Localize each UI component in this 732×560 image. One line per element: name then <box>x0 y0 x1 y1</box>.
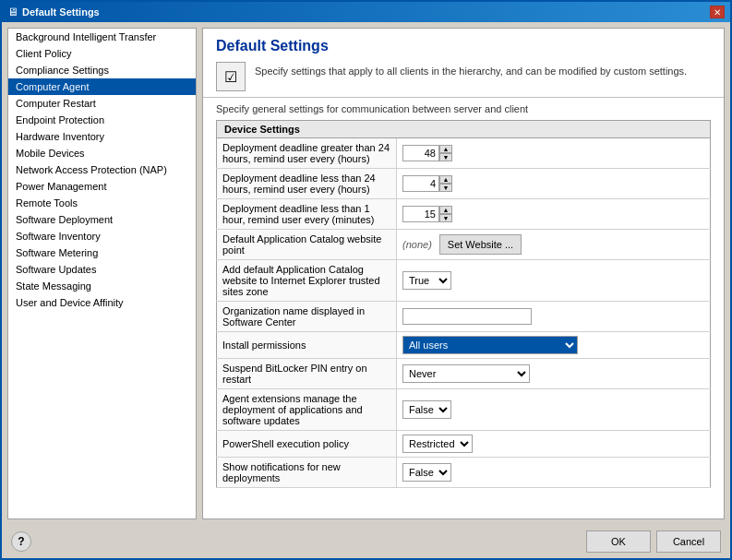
sidebar-item-software-metering[interactable]: Software Metering <box>8 244 196 261</box>
sidebar-item-background-intelligent-transfer[interactable]: Background Intelligent Transfer <box>8 29 196 45</box>
settings-table: Deployment deadline greater than 24 hour… <box>216 138 711 488</box>
settings-icon: ☑ <box>224 68 237 86</box>
select-agent-extensions[interactable]: TrueFalse <box>402 400 451 419</box>
setting-label-org-name: Organization name displayed in Software … <box>217 302 397 332</box>
spinner-down-deployment-deadline-less-1h[interactable]: ▼ <box>439 214 452 222</box>
set-website-button-default-app-catalog[interactable]: Set Website ... <box>439 234 522 255</box>
bottom-bar: ? OK Cancel <box>2 525 730 558</box>
setting-row-org-name: Organization name displayed in Software … <box>217 302 711 332</box>
sidebar-item-client-policy[interactable]: Client Policy <box>8 45 196 62</box>
select-show-notifications[interactable]: TrueFalse <box>402 463 451 482</box>
content-title: Default Settings <box>216 38 711 54</box>
sidebar-item-power-management[interactable]: Power Management <box>8 178 196 195</box>
spinner-deployment-deadline-less-1h: ▲▼ <box>402 206 704 222</box>
spinner-buttons-deployment-deadline-less-24h: ▲▼ <box>439 175 452 192</box>
setting-label-deployment-deadline-less-24h: Deployment deadline less than 24 hours, … <box>217 169 397 199</box>
sidebar: Background Intelligent TransferClient Po… <box>7 28 197 519</box>
website-row-default-app-catalog: (none)Set Website ... <box>402 234 704 255</box>
spinner-up-deployment-deadline-24h[interactable]: ▲ <box>439 145 452 153</box>
setting-row-default-app-catalog: Default Application Catalog website poin… <box>217 230 711 260</box>
device-settings-header: Device Settings <box>216 120 711 138</box>
setting-label-agent-extensions: Agent extensions manage the deployment o… <box>217 389 397 431</box>
content-header: Default Settings ☑ Specify settings that… <box>203 29 724 98</box>
title-bar: 🖥 Default Settings ✕ <box>2 2 730 22</box>
sidebar-item-software-deployment[interactable]: Software Deployment <box>8 211 196 228</box>
website-value-default-app-catalog: (none) <box>402 239 432 250</box>
setting-row-install-permissions: Install permissionsAll usersOnly adminis… <box>217 332 711 359</box>
select-suspend-bitlocker[interactable]: NeverAlwaysAlways except for PXE <box>402 364 530 383</box>
setting-label-add-default-app-catalog: Add default Application Catalog website … <box>217 260 397 302</box>
header-icon: ☑ <box>216 62 246 91</box>
sidebar-item-hardware-inventory[interactable]: Hardware Inventory <box>8 128 196 145</box>
text-input-org-name[interactable] <box>402 308 532 325</box>
sidebar-item-software-updates[interactable]: Software Updates <box>8 261 196 278</box>
setting-value-install-permissions[interactable]: All usersOnly administratorsOnly adminis… <box>397 332 711 359</box>
sidebar-item-compliance-settings[interactable]: Compliance Settings <box>8 62 196 78</box>
setting-value-show-notifications[interactable]: TrueFalse <box>397 458 711 488</box>
select-install-permissions[interactable]: All usersOnly administratorsOnly adminis… <box>402 336 578 354</box>
content-subheader: Specify general settings for communicati… <box>203 98 724 120</box>
setting-row-add-default-app-catalog: Add default Application Catalog website … <box>217 260 711 302</box>
sidebar-item-computer-restart[interactable]: Computer Restart <box>8 95 196 112</box>
sidebar-item-network-access-protection[interactable]: Network Access Protection (NAP) <box>8 161 196 178</box>
spinner-buttons-deployment-deadline-less-1h: ▲▼ <box>439 206 452 222</box>
setting-label-deployment-deadline-less-1h: Deployment deadline less than 1 hour, re… <box>217 199 397 230</box>
setting-value-powershell-policy[interactable]: RestrictedAllSignedBypass <box>397 431 711 458</box>
cancel-button[interactable]: Cancel <box>656 530 721 553</box>
spinner-deployment-deadline-less-24h: ▲▼ <box>402 175 704 192</box>
setting-value-deployment-deadline-less-1h[interactable]: ▲▼ <box>397 199 711 230</box>
setting-value-deployment-deadline-less-24h[interactable]: ▲▼ <box>397 169 711 199</box>
setting-row-agent-extensions: Agent extensions manage the deployment o… <box>217 389 711 431</box>
select-add-default-app-catalog[interactable]: TrueFalse <box>402 271 451 290</box>
spinner-deployment-deadline-24h: ▲▼ <box>402 145 704 161</box>
select-powershell-policy[interactable]: RestrictedAllSignedBypass <box>402 435 473 453</box>
settings-area: Device Settings Deployment deadline grea… <box>203 120 724 518</box>
close-button[interactable]: ✕ <box>710 6 725 18</box>
spinner-up-deployment-deadline-less-1h[interactable]: ▲ <box>439 206 452 214</box>
setting-row-suspend-bitlocker: Suspend BitLocker PIN entry on restartNe… <box>217 359 711 389</box>
setting-value-org-name[interactable] <box>397 302 711 332</box>
setting-row-deployment-deadline-less-1h: Deployment deadline less than 1 hour, re… <box>217 199 711 230</box>
header-description: Specify settings that apply to all clien… <box>255 62 687 77</box>
sidebar-item-software-inventory[interactable]: Software Inventory <box>8 228 196 244</box>
window-title: Default Settings <box>22 6 100 18</box>
setting-row-powershell-policy: PowerShell execution policyRestrictedAll… <box>217 431 711 458</box>
setting-row-deployment-deadline-less-24h: Deployment deadline less than 24 hours, … <box>217 169 711 199</box>
setting-value-add-default-app-catalog[interactable]: TrueFalse <box>397 260 711 302</box>
spinner-down-deployment-deadline-less-24h[interactable]: ▼ <box>439 184 452 192</box>
ok-button[interactable]: OK <box>586 530 651 553</box>
sidebar-item-state-messaging[interactable]: State Messaging <box>8 278 196 294</box>
setting-value-deployment-deadline-24h[interactable]: ▲▼ <box>397 138 711 169</box>
spinner-down-deployment-deadline-24h[interactable]: ▼ <box>439 153 452 161</box>
setting-value-agent-extensions[interactable]: TrueFalse <box>397 389 711 431</box>
sidebar-item-computer-agent[interactable]: Computer Agent <box>8 78 196 95</box>
sidebar-item-remote-tools[interactable]: Remote Tools <box>8 195 196 211</box>
content-panel: Default Settings ☑ Specify settings that… <box>202 28 725 519</box>
help-button[interactable]: ? <box>11 531 31 552</box>
title-bar-left: 🖥 Default Settings <box>7 6 100 18</box>
setting-label-suspend-bitlocker: Suspend BitLocker PIN entry on restart <box>217 359 397 389</box>
setting-label-install-permissions: Install permissions <box>217 332 397 359</box>
setting-label-powershell-policy: PowerShell execution policy <box>217 431 397 458</box>
sidebar-item-mobile-devices[interactable]: Mobile Devices <box>8 145 196 161</box>
spinner-input-deployment-deadline-24h[interactable] <box>402 145 439 161</box>
window-body: Background Intelligent TransferClient Po… <box>2 22 730 525</box>
spinner-input-deployment-deadline-less-1h[interactable] <box>402 206 439 222</box>
sidebar-item-endpoint-protection[interactable]: Endpoint Protection <box>8 112 196 128</box>
setting-value-suspend-bitlocker[interactable]: NeverAlwaysAlways except for PXE <box>397 359 711 389</box>
spinner-input-deployment-deadline-less-24h[interactable] <box>402 175 439 192</box>
sidebar-item-user-and-device-affinity[interactable]: User and Device Affinity <box>8 294 196 311</box>
content-header-desc: ☑ Specify settings that apply to all cli… <box>216 62 711 91</box>
setting-label-show-notifications: Show notifications for new deployments <box>217 458 397 488</box>
setting-row-show-notifications: Show notifications for new deploymentsTr… <box>217 458 711 488</box>
setting-value-default-app-catalog[interactable]: (none)Set Website ... <box>397 230 711 260</box>
spinner-buttons-deployment-deadline-24h: ▲▼ <box>439 145 452 161</box>
spinner-up-deployment-deadline-less-24h[interactable]: ▲ <box>439 175 452 184</box>
setting-label-deployment-deadline-24h: Deployment deadline greater than 24 hour… <box>217 138 397 169</box>
setting-row-deployment-deadline-24h: Deployment deadline greater than 24 hour… <box>217 138 711 169</box>
setting-label-default-app-catalog: Default Application Catalog website poin… <box>217 230 397 260</box>
main-window: 🖥 Default Settings ✕ Background Intellig… <box>0 0 732 560</box>
